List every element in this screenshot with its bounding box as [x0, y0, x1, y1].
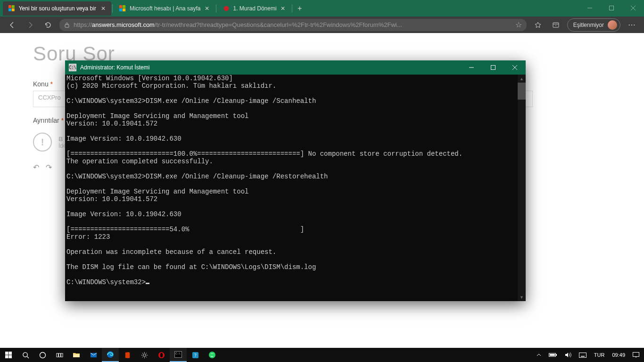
address-bar[interactable]: https://answers.microsoft.com/tr-tr/newt…	[59, 19, 527, 31]
favorites-icon[interactable]	[531, 18, 545, 32]
avatar-icon	[608, 20, 617, 30]
scroll-down-arrow[interactable]: ▼	[518, 293, 526, 301]
svg-rect-6	[119, 8, 122, 11]
svg-rect-7	[123, 8, 125, 11]
address-bar-row: https://answers.microsoft.com/tr-tr/newt…	[0, 17, 644, 33]
svg-rect-1	[12, 5, 15, 8]
profile-button[interactable]: Eşitlenmiyor	[567, 18, 620, 32]
ms-logo-icon	[8, 5, 15, 12]
mail-button[interactable]	[85, 348, 102, 362]
svg-rect-13	[65, 25, 69, 27]
collections-icon[interactable]	[549, 18, 562, 32]
svg-rect-42	[550, 354, 555, 356]
svg-rect-3	[12, 8, 15, 11]
svg-rect-28	[56, 353, 58, 357]
whatsapp-button[interactable]	[204, 348, 221, 362]
language-indicator[interactable]: TUR	[591, 352, 608, 358]
svg-rect-22	[8, 352, 12, 355]
svg-rect-24	[8, 355, 12, 358]
svg-rect-5	[123, 5, 125, 8]
system-tray: TUR 09:49	[534, 352, 644, 358]
forward-button[interactable]	[24, 18, 37, 32]
search-button[interactable]	[17, 348, 34, 362]
ms-logo-icon	[119, 5, 126, 12]
cmd-body[interactable]: Microsoft Windows [Version 10.0.19042.63…	[65, 75, 526, 301]
info-icon: !	[33, 133, 52, 152]
volume-icon[interactable]	[562, 352, 574, 358]
svg-rect-14	[553, 23, 559, 27]
tab-close-icon[interactable]: ✕	[101, 5, 106, 12]
maximize-button[interactable]	[601, 0, 622, 16]
scroll-up-arrow[interactable]: ▲	[518, 75, 526, 83]
tab-separator	[112, 4, 113, 13]
scroll-thumb[interactable]	[518, 83, 526, 100]
taskbar-left: C:\ ?	[0, 348, 221, 362]
tray-expand-icon[interactable]	[534, 353, 544, 357]
get-help-button[interactable]: ?	[187, 348, 204, 362]
battery-icon[interactable]	[546, 353, 560, 357]
taskbar: C:\ ? TUR 09:49	[0, 348, 644, 362]
edge-button[interactable]	[102, 348, 119, 362]
svg-point-36	[160, 353, 163, 357]
lock-icon	[64, 22, 70, 28]
refresh-button[interactable]	[41, 18, 55, 32]
svg-point-34	[143, 354, 146, 356]
tab-separator	[292, 4, 292, 13]
cmd-title: Administrator: Komut İstemi	[80, 64, 149, 71]
cmd-close-button[interactable]	[504, 60, 526, 75]
svg-rect-21	[5, 352, 8, 355]
svg-rect-10	[610, 6, 614, 10]
file-explorer-button[interactable]	[68, 348, 85, 362]
svg-point-39	[209, 352, 215, 358]
cmd-window-controls	[461, 60, 526, 75]
svg-rect-0	[8, 5, 11, 8]
cmd-app-icon: C:\	[69, 64, 76, 71]
opera-button[interactable]	[153, 348, 170, 362]
svg-rect-31	[73, 354, 80, 357]
more-menu-button[interactable]: ⋯	[625, 18, 638, 32]
start-button[interactable]	[0, 348, 17, 362]
tab-close-icon[interactable]: ✕	[281, 5, 285, 12]
svg-rect-18	[491, 66, 495, 70]
window-controls	[579, 0, 644, 16]
keyboard-icon[interactable]	[576, 353, 589, 358]
new-tab-button[interactable]: +	[293, 2, 306, 15]
tab-separator	[216, 4, 216, 13]
svg-point-25	[23, 352, 27, 356]
cmd-titlebar[interactable]: C:\ Administrator: Komut İstemi	[65, 60, 526, 75]
cmd-scrollbar[interactable]	[518, 75, 526, 301]
svg-rect-4	[119, 5, 122, 8]
svg-rect-29	[58, 353, 60, 357]
svg-text:?: ?	[194, 353, 197, 358]
svg-rect-2	[8, 8, 11, 11]
browser-tab-1[interactable]: Microsoft hesabı | Ana sayfa ✕	[114, 1, 215, 16]
back-button[interactable]	[6, 18, 19, 32]
svg-rect-49	[633, 353, 639, 357]
office-button[interactable]	[119, 348, 136, 362]
browser-tab-2[interactable]: 1. Murad Dönemi ✕	[217, 1, 291, 16]
close-button[interactable]	[622, 0, 644, 16]
tab-close-icon[interactable]: ✕	[205, 5, 209, 12]
cmd-maximize-button[interactable]	[482, 60, 504, 75]
tab-title: Microsoft hesabı | Ana sayfa	[130, 5, 201, 12]
cortana-button[interactable]	[34, 348, 51, 362]
command-prompt-window: C:\ Administrator: Komut İstemi Microsof…	[65, 60, 526, 301]
url-text: https://answers.microsoft.com/tr-tr/newt…	[74, 21, 512, 28]
undo-button[interactable]: ↶	[33, 163, 39, 172]
svg-rect-30	[61, 353, 63, 357]
tab-strip: Yeni bir soru oluşturun veya bir t ✕ Mic…	[0, 0, 644, 17]
task-view-button[interactable]	[51, 348, 68, 362]
tab-title: Yeni bir soru oluşturun veya bir t	[19, 5, 97, 12]
cmd-taskbar-button[interactable]: C:\	[170, 348, 187, 362]
cmd-output: Microsoft Windows [Version 10.0.19042.63…	[65, 75, 526, 286]
clock[interactable]: 09:49	[609, 352, 628, 358]
browser-chrome: Yeni bir soru oluşturun veya bir t ✕ Mic…	[0, 0, 644, 33]
cmd-minimize-button[interactable]	[461, 60, 482, 75]
minimize-button[interactable]	[579, 0, 601, 16]
svg-rect-41	[556, 354, 557, 356]
favorite-star-icon[interactable]: ☆	[515, 20, 522, 29]
settings-button[interactable]	[136, 348, 153, 362]
action-center-icon[interactable]	[630, 352, 642, 358]
redo-button[interactable]: ↷	[46, 163, 52, 172]
browser-tab-0[interactable]: Yeni bir soru oluşturun veya bir t ✕	[3, 1, 111, 16]
